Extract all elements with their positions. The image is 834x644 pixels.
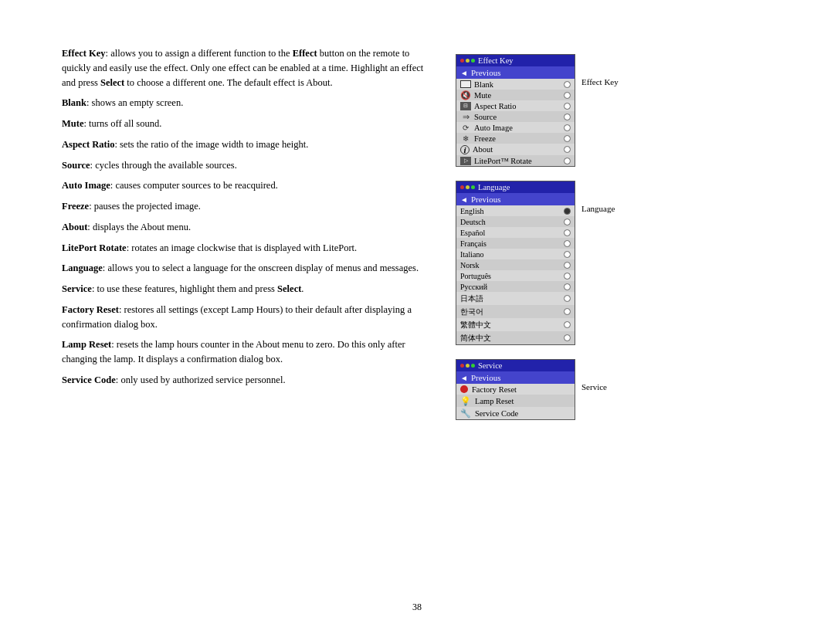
deutsch-radio[interactable]: [564, 219, 571, 225]
mute-radio[interactable]: [564, 92, 571, 99]
effect-key-title-bar: Effect Key: [456, 55, 575, 66]
lang-norsk-row[interactable]: Norsk: [456, 259, 575, 270]
english-label: English: [460, 207, 484, 215]
russian-radio[interactable]: [564, 283, 571, 290]
service-paragraph: Service: to use these features, highligh…: [62, 282, 432, 297]
lang-trad-chinese-row[interactable]: 繁體中文: [456, 318, 575, 331]
lang-dot-3: [471, 185, 475, 189]
aspect-ratio-label: Aspect Ratio: [474, 102, 517, 110]
service-menu: Service ◄ Previous Factory Reset 💡 Lamp …: [456, 359, 575, 420]
service-code-paragraph: Service Code: only used by authorized se…: [62, 373, 432, 388]
mute-label: Mute: [474, 91, 491, 100]
lang-espanol-row[interactable]: Español: [456, 227, 575, 238]
service-title-bar: Service: [456, 360, 575, 371]
freeze-label: Freeze: [474, 134, 496, 143]
effect-key-liteport-row[interactable]: ▷ LitePort™ Rotate: [456, 155, 575, 166]
effect-key-previous-label: Previous: [471, 68, 501, 77]
liteport-icon: ▷: [460, 157, 471, 165]
simp-chinese-label: 简体中文: [460, 333, 491, 344]
language-previous-row[interactable]: ◄ Previous: [456, 193, 575, 205]
effect-key-aspect-row[interactable]: ⊟ Aspect Ratio: [456, 100, 575, 111]
service-dot-1: [460, 364, 464, 368]
language-title-bar: Language: [456, 181, 575, 193]
lang-dots: [460, 185, 475, 189]
source-label: Source: [474, 113, 497, 121]
mute-icon: 🔇: [460, 91, 471, 100]
service-dot-2: [466, 364, 470, 368]
espanol-radio[interactable]: [564, 229, 571, 236]
service-dots: [460, 364, 475, 368]
factory-reset-row[interactable]: Factory Reset: [456, 384, 575, 395]
auto-radio[interactable]: [564, 124, 571, 131]
lang-russian-row[interactable]: Русский: [456, 281, 575, 292]
english-radio[interactable]: [564, 208, 571, 215]
service-previous-row[interactable]: ◄ Previous: [456, 371, 575, 384]
liteport-label: LitePort™ Rotate: [474, 157, 532, 165]
freeze-radio[interactable]: [564, 135, 571, 142]
effect-key-freeze-row[interactable]: ❄ Freeze: [456, 133, 575, 144]
auto-image-label: Auto Image: [474, 124, 513, 132]
lang-portugues-row[interactable]: Português: [456, 270, 575, 281]
francais-radio[interactable]: [564, 240, 571, 247]
norsk-radio[interactable]: [564, 262, 571, 269]
about-label: About: [473, 145, 493, 154]
language-group: Language ◄ Previous English Deutsch: [456, 181, 687, 345]
lamp-reset-row[interactable]: 💡 Lamp Reset: [456, 395, 575, 407]
lang-italiano-row[interactable]: Italiano: [456, 249, 575, 259]
lang-back-arrow-icon: ◄: [460, 195, 468, 204]
lang-korean-row[interactable]: 한국어: [456, 305, 575, 318]
lang-english-row[interactable]: English: [456, 205, 575, 216]
page-container: Effect Key: allows you to assign a diffe…: [0, 0, 834, 644]
language-side-label: Language: [581, 181, 624, 213]
service-code-wrench-icon: 🔧: [460, 408, 471, 419]
korean-label: 한국어: [460, 307, 483, 317]
about-info-icon: i: [460, 145, 470, 154]
portugues-radio[interactable]: [564, 273, 571, 280]
effect-key-auto-row[interactable]: ⟳ Auto Image: [456, 122, 575, 133]
page-number: 38: [62, 602, 772, 613]
lang-francais-row[interactable]: Français: [456, 238, 575, 249]
intro-paragraph: Effect Key: allows you to assign a diffe…: [62, 46, 432, 90]
service-code-label: Service Code: [475, 409, 518, 418]
effect-key-mute-row[interactable]: 🔇 Mute: [456, 90, 575, 100]
trad-chinese-radio[interactable]: [564, 321, 571, 328]
italiano-radio[interactable]: [564, 251, 571, 258]
effect-key-source-row[interactable]: ⇒ Source: [456, 111, 575, 122]
blank-radio[interactable]: [564, 81, 571, 88]
effect-key-about-row[interactable]: i About: [456, 144, 575, 155]
liteport-radio[interactable]: [564, 158, 571, 164]
freeze-paragraph: Freeze: pauses the projected image.: [62, 199, 432, 214]
factory-reset-paragraph: Factory Reset: restores all settings (ex…: [62, 303, 432, 332]
lang-simp-chinese-row[interactable]: 简体中文: [456, 331, 575, 344]
source-radio[interactable]: [564, 114, 571, 120]
japanese-label: 日本語: [460, 293, 483, 304]
language-paragraph: Language: allows you to select a languag…: [62, 261, 432, 276]
aspect-radio[interactable]: [564, 103, 571, 110]
left-text: Effect Key: allows you to assign a diffe…: [62, 46, 432, 586]
liteport-paragraph: LitePort Rotate: rotates an image clockw…: [62, 241, 432, 256]
japanese-radio[interactable]: [564, 295, 571, 302]
language-title: Language: [478, 183, 510, 192]
dot-2: [466, 59, 470, 63]
blank-paragraph: Blank: shows an empty screen.: [62, 96, 432, 110]
lang-dot-1: [460, 185, 464, 189]
blank-label: Blank: [474, 80, 493, 89]
blank-screen-icon: [460, 80, 471, 88]
service-code-row[interactable]: 🔧 Service Code: [456, 407, 575, 419]
about-radio[interactable]: [564, 146, 571, 153]
russian-label: Русский: [460, 283, 487, 291]
aspect-ratio-icon: ⊟: [460, 102, 471, 110]
simp-chinese-radio[interactable]: [564, 334, 571, 341]
lang-japanese-row[interactable]: 日本語: [456, 292, 575, 305]
trad-chinese-label: 繁體中文: [460, 320, 491, 330]
francais-label: Français: [460, 239, 486, 248]
effect-key-previous-row[interactable]: ◄ Previous: [456, 66, 575, 79]
korean-radio[interactable]: [564, 308, 571, 315]
lang-deutsch-row[interactable]: Deutsch: [456, 216, 575, 227]
service-side-label: Service: [581, 359, 624, 391]
factory-reset-red-dot-icon: [460, 385, 468, 393]
effect-key-blank-row[interactable]: Blank: [456, 79, 575, 90]
lamp-reset-paragraph: Lamp Reset: resets the lamp hours counte…: [62, 337, 432, 367]
effect-key-bold: Effect Key: [62, 48, 106, 59]
lamp-reset-icon: 💡: [460, 396, 471, 406]
